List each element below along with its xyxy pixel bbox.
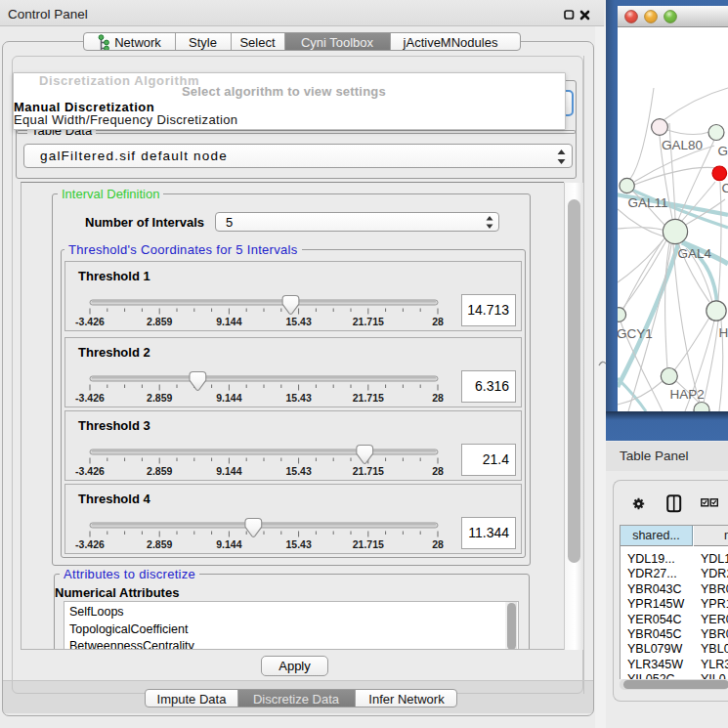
svg-text:9.144: 9.144	[216, 538, 241, 550]
svg-text:9.144: 9.144	[216, 465, 241, 477]
svg-text:28: 28	[432, 316, 444, 327]
svg-text:GAL80: GAL80	[662, 138, 703, 152]
svg-text:9.144: 9.144	[216, 316, 241, 327]
svg-text:C: C	[722, 181, 728, 195]
svg-text:28: 28	[432, 538, 444, 550]
svg-text:H: H	[719, 325, 728, 340]
svg-text:2.859: 2.859	[147, 316, 172, 327]
svg-text:GAL4: GAL4	[678, 246, 712, 261]
svg-text:2.859: 2.859	[147, 392, 172, 404]
svg-text:15.43: 15.43	[285, 392, 311, 404]
svg-text:21.715: 21.715	[353, 465, 384, 477]
svg-text:-3.426: -3.426	[75, 465, 105, 477]
svg-text:-3.426: -3.426	[75, 316, 105, 327]
svg-text:21.715: 21.715	[353, 538, 384, 550]
svg-text:-3.426: -3.426	[75, 392, 105, 404]
svg-text:21.715: 21.715	[353, 316, 384, 327]
svg-text:15.43: 15.43	[285, 316, 311, 327]
svg-text:GAL11: GAL11	[628, 195, 668, 210]
svg-text:15.43: 15.43	[285, 465, 311, 477]
svg-text:9.144: 9.144	[216, 392, 241, 404]
svg-text:GA: GA	[718, 144, 728, 158]
svg-text:15.43: 15.43	[285, 538, 311, 550]
svg-text:2.859: 2.859	[147, 465, 172, 477]
svg-text:28: 28	[432, 392, 444, 404]
svg-text:GCY1: GCY1	[618, 326, 653, 341]
svg-text:-3.426: -3.426	[75, 538, 105, 550]
svg-text:HAP2: HAP2	[670, 387, 705, 402]
svg-text:28: 28	[432, 465, 444, 477]
svg-text:2.859: 2.859	[147, 538, 172, 550]
svg-text:21.715: 21.715	[353, 392, 384, 404]
